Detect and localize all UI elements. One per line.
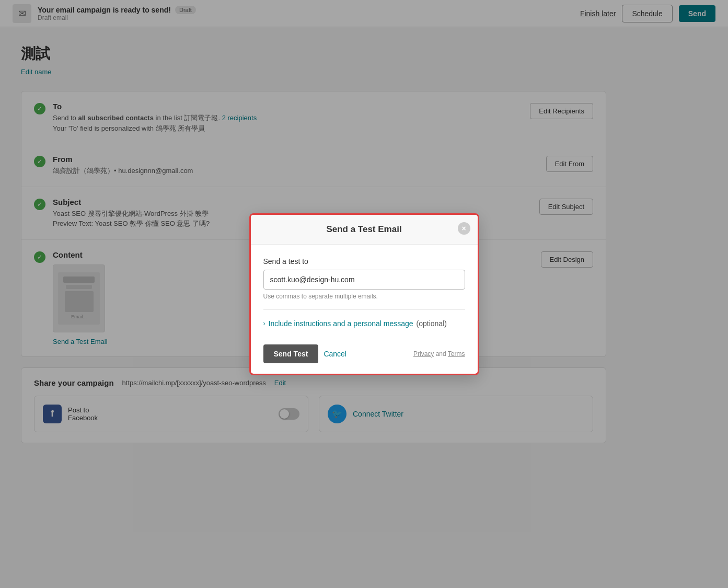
modal-header: Send a Test Email × (251, 215, 478, 245)
footer-right: Privacy and Terms (413, 350, 465, 358)
terms-link[interactable]: Terms (448, 350, 465, 358)
optional-label: Include instructions and a personal mess… (269, 319, 413, 328)
privacy-link[interactable]: Privacy (413, 350, 434, 358)
chevron-right-icon: › (263, 320, 265, 327)
send-test-button[interactable]: Send Test (263, 344, 319, 363)
send-to-label: Send a test to (263, 257, 465, 266)
modal-body: Send a test to Use commas to separate mu… (251, 245, 478, 336)
and-text: and (436, 350, 448, 358)
modal-overlay[interactable]: Send a Test Email × Send a test to Use c… (0, 0, 728, 588)
modal-close-button[interactable]: × (458, 222, 470, 235)
send-test-modal: Send a Test Email × Send a test to Use c… (249, 213, 479, 375)
optional-tag: (optional) (417, 319, 447, 328)
modal-footer: Send Test Cancel Privacy and Terms (251, 336, 478, 374)
email-hint: Use commas to separate multiple emails. (263, 293, 465, 300)
modal-title: Send a Test Email (326, 224, 401, 234)
cancel-button[interactable]: Cancel (323, 350, 346, 358)
optional-expand-button[interactable]: › Include instructions and a personal me… (263, 319, 447, 328)
footer-left: Send Test Cancel (263, 344, 346, 363)
modal-divider (263, 309, 465, 310)
email-input[interactable] (263, 270, 465, 290)
